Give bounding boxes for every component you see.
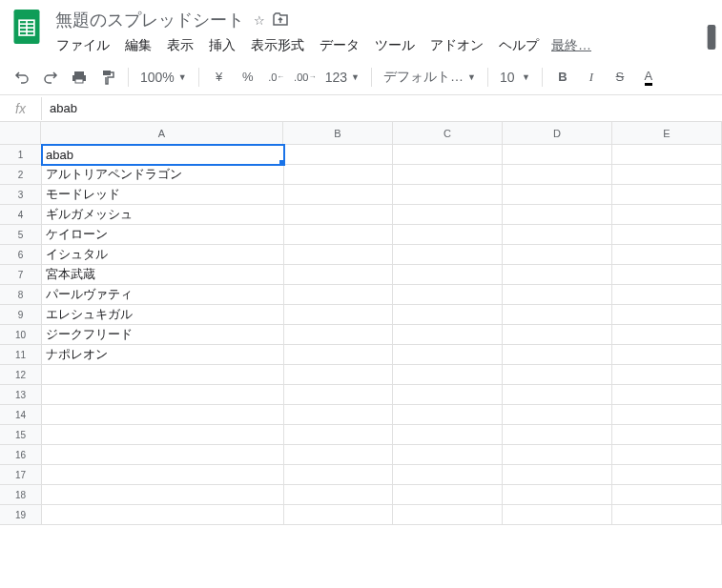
cell-C14[interactable] [393,405,503,425]
sheets-logo[interactable] [8,8,46,46]
menu-edit[interactable]: 編集 [118,33,158,58]
zoom-dropdown[interactable]: 100%▼ [136,70,191,85]
currency-button[interactable]: ¥ [207,65,232,90]
row-header[interactable]: 11 [0,345,42,365]
cell-A17[interactable] [42,465,284,485]
font-dropdown[interactable]: デフォルト…▼ [380,69,480,86]
cell-A3[interactable]: モードレッド [42,185,284,205]
cell-E17[interactable] [612,465,722,485]
cell-B11[interactable] [284,345,394,365]
cell-B12[interactable] [284,365,394,385]
cell-E5[interactable] [612,225,722,245]
cell-C5[interactable] [393,225,503,245]
cell-D11[interactable] [503,345,612,365]
cell-D9[interactable] [503,305,612,325]
menu-data[interactable]: データ [313,33,366,58]
col-header-E[interactable]: E [612,122,722,145]
row-header[interactable]: 17 [0,465,42,485]
cell-D6[interactable] [503,245,612,265]
font-size-dropdown[interactable]: 10▼ [496,70,534,85]
cell-C18[interactable] [393,485,503,505]
cell-E8[interactable] [612,285,722,305]
cell-E9[interactable] [612,305,722,325]
cell-E1[interactable] [612,145,722,165]
cell-C7[interactable] [393,265,503,285]
cell-C3[interactable] [393,185,503,205]
cell-B16[interactable] [284,445,394,465]
row-header[interactable]: 19 [0,505,42,525]
cell-E12[interactable] [612,365,722,385]
number-format-dropdown[interactable]: 123▼ [321,70,363,85]
text-color-button[interactable]: A [636,65,661,90]
formula-input[interactable]: abab [42,97,722,119]
cell-D3[interactable] [503,185,612,205]
row-header[interactable]: 12 [0,365,42,385]
cell-C4[interactable] [393,205,503,225]
cell-B3[interactable] [284,185,394,205]
fx-label[interactable]: fx [0,97,42,120]
select-all-corner[interactable] [0,122,41,145]
cell-E7[interactable] [612,265,722,285]
cell-B4[interactable] [284,205,394,225]
row-header[interactable]: 9 [0,305,42,325]
row-header[interactable]: 8 [0,285,42,305]
row-header[interactable]: 14 [0,405,42,425]
menu-tools[interactable]: ツール [368,33,422,58]
undo-button[interactable] [10,65,34,90]
cell-C19[interactable] [393,505,503,525]
cell-A14[interactable] [42,405,284,425]
cell-D18[interactable] [503,485,612,505]
menu-help[interactable]: ヘルプ [492,33,546,58]
cell-E2[interactable] [612,165,722,185]
row-header[interactable]: 5 [0,225,42,245]
cell-B13[interactable] [284,385,394,405]
print-button[interactable] [67,65,92,90]
redo-button[interactable] [38,65,63,90]
cell-C6[interactable] [393,245,503,265]
cell-B7[interactable] [284,265,394,285]
cell-C1[interactable] [393,145,503,165]
cell-C11[interactable] [393,345,503,365]
cell-D10[interactable] [503,325,612,345]
cell-A7[interactable]: 宮本武蔵 [42,265,284,285]
cell-A16[interactable] [42,445,284,465]
cell-D15[interactable] [503,425,612,445]
cell-E16[interactable] [612,445,722,465]
cell-D16[interactable] [503,445,612,465]
cell-D17[interactable] [503,465,612,485]
cell-A15[interactable] [42,425,284,445]
cell-C16[interactable] [393,445,503,465]
cell-A13[interactable] [42,385,284,405]
cell-B19[interactable] [284,505,394,525]
cell-A2[interactable]: アルトリアペンドラゴン [42,165,284,185]
row-header[interactable]: 3 [0,185,42,205]
cell-B14[interactable] [284,405,394,425]
cell-C15[interactable] [393,425,503,445]
bold-button[interactable]: B [550,65,575,90]
cell-A18[interactable] [42,485,284,505]
menu-file[interactable]: ファイル [50,33,116,58]
cell-E19[interactable] [612,505,722,525]
menu-addons[interactable]: アドオン [423,33,490,58]
cell-E4[interactable] [612,205,722,225]
row-header[interactable]: 4 [0,205,42,225]
cell-E13[interactable] [612,385,722,405]
cell-A4[interactable]: ギルガメッシュ [42,205,284,225]
row-header[interactable]: 6 [0,245,42,265]
cell-D13[interactable] [503,385,612,405]
cell-C8[interactable] [393,285,503,305]
star-icon[interactable]: ☆ [254,13,265,28]
increase-decimal-button[interactable]: .00→ [293,65,318,90]
cell-D1[interactable] [503,145,612,165]
cell-A1[interactable]: abab [42,145,284,165]
account-icon[interactable] [707,25,716,52]
cell-B2[interactable] [284,165,394,185]
cell-A10[interactable]: ジークフリード [42,325,284,345]
cell-A19[interactable] [42,505,284,525]
cell-B17[interactable] [284,465,394,485]
cell-D19[interactable] [503,505,612,525]
cell-E15[interactable] [612,425,722,445]
cell-D12[interactable] [503,365,612,385]
cell-B9[interactable] [284,305,394,325]
col-header-C[interactable]: C [393,122,503,145]
